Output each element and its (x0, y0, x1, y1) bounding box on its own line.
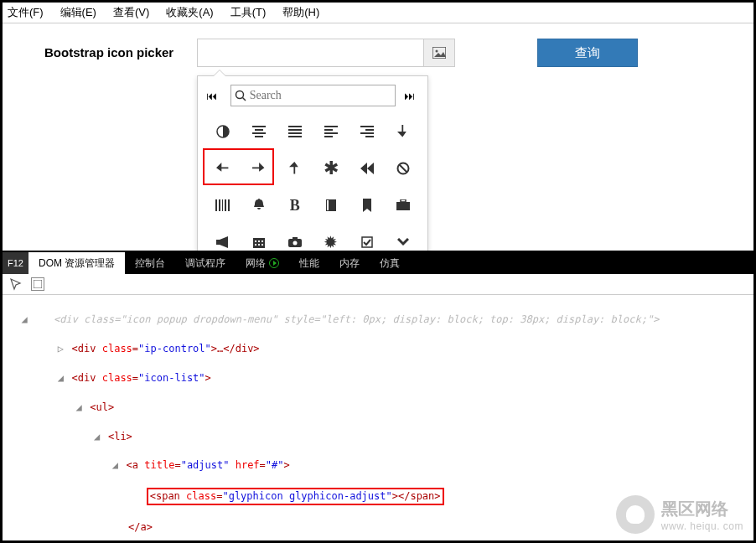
picker-input[interactable] (197, 39, 423, 67)
svg-rect-26 (396, 202, 410, 210)
select-element-icon[interactable] (9, 277, 23, 291)
svg-point-36 (293, 241, 297, 246)
content-area: Bootstrap icon picker ⏮ ⏭ (3, 23, 753, 75)
query-button[interactable]: 查询 (537, 39, 638, 67)
picture-icon (432, 47, 446, 59)
tab-debugger[interactable]: 调试程序 (175, 252, 236, 274)
svg-rect-24 (327, 200, 329, 210)
svg-rect-32 (258, 244, 260, 246)
svg-rect-17 (360, 126, 374, 127)
icon-align-justify[interactable] (277, 113, 313, 150)
svg-rect-29 (258, 240, 260, 242)
svg-point-1 (436, 50, 438, 53)
icon-bell[interactable] (241, 187, 277, 224)
devtools-toolbar (3, 274, 753, 295)
last-page-icon[interactable]: ⏭ (404, 90, 420, 102)
icon-asterisk[interactable]: ✱ (313, 150, 349, 187)
icon-align-right[interactable] (349, 113, 385, 150)
svg-line-3 (242, 98, 246, 101)
highlight-span-1: <span class="glyphicon glyphicon-adjust"… (147, 488, 444, 505)
picker-addon-button[interactable] (423, 39, 455, 67)
tab-network[interactable]: 网络 (236, 252, 289, 274)
menubar: 文件(F) 编辑(E) 查看(V) 收藏夹(A) 工具(T) 帮助(H) (3, 3, 753, 23)
svg-rect-31 (255, 244, 256, 246)
menu-file[interactable]: 文件(F) (8, 5, 44, 20)
icon-book[interactable] (313, 187, 349, 224)
icon-adjust[interactable] (205, 113, 241, 150)
menu-view[interactable]: 查看(V) (113, 5, 149, 20)
layout-icon[interactable] (31, 277, 44, 291)
tab-dom-explorer[interactable]: DOM 资源管理器 (28, 252, 125, 274)
search-field[interactable] (230, 85, 396, 106)
svg-rect-7 (252, 132, 266, 134)
svg-rect-8 (255, 136, 263, 137)
icon-arrow-left[interactable] (205, 150, 241, 187)
svg-rect-38 (34, 280, 42, 288)
icon-grid: ✱ B ✹ (205, 113, 421, 261)
icon-bookmark[interactable] (349, 187, 385, 224)
devtools-tabs: F12 DOM 资源管理器 控制台 调试程序 网络 性能 内存 仿真 (3, 252, 753, 274)
icon-arrow-right[interactable] (241, 150, 277, 187)
svg-line-22 (399, 165, 406, 173)
icon-bold[interactable]: B (277, 187, 313, 224)
menu-help[interactable]: 帮助(H) (282, 5, 319, 20)
icon-ban-circle[interactable] (385, 150, 421, 187)
svg-rect-37 (362, 237, 372, 247)
tab-emulation[interactable]: 仿真 (370, 252, 410, 274)
svg-point-2 (236, 91, 243, 99)
first-page-icon[interactable]: ⏮ (206, 90, 222, 102)
search-input[interactable] (250, 89, 391, 102)
svg-rect-5 (252, 126, 266, 127)
picker-searchbar: ⏮ ⏭ (205, 81, 421, 113)
picker-input-group (197, 39, 455, 67)
svg-rect-11 (288, 132, 302, 134)
svg-rect-9 (288, 126, 302, 127)
tab-performance[interactable]: 性能 (289, 252, 329, 274)
svg-rect-12 (288, 136, 302, 137)
f12-label: F12 (3, 252, 28, 274)
dom-source-tree[interactable]: ◢ <div class="icon popup dropdown-menu" … (3, 295, 753, 543)
tab-console[interactable]: 控制台 (125, 252, 175, 274)
svg-rect-27 (253, 238, 265, 248)
svg-rect-10 (288, 129, 302, 131)
svg-rect-13 (324, 126, 338, 127)
svg-rect-28 (255, 240, 256, 242)
svg-rect-33 (261, 244, 263, 246)
menu-edit[interactable]: 编辑(E) (60, 5, 96, 20)
svg-rect-20 (365, 136, 374, 137)
icon-arrow-down[interactable] (385, 113, 421, 150)
icon-barcode[interactable] (205, 187, 241, 224)
menu-tools[interactable]: 工具(T) (230, 5, 267, 20)
svg-rect-35 (293, 237, 298, 240)
devtools-panel: F12 DOM 资源管理器 控制台 调试程序 网络 性能 内存 仿真 ◢ <di… (3, 251, 753, 540)
svg-rect-6 (255, 129, 263, 131)
picker-wrapper: ⏮ ⏭ ✱ (197, 39, 455, 67)
svg-rect-19 (360, 132, 374, 134)
icon-align-center[interactable] (241, 113, 277, 150)
icon-backward[interactable] (349, 150, 385, 187)
svg-rect-14 (324, 129, 333, 131)
record-icon (269, 258, 279, 268)
svg-rect-18 (365, 129, 374, 131)
search-icon (235, 90, 246, 101)
picker-label: Bootstrap icon picker (44, 39, 173, 59)
svg-rect-16 (324, 136, 333, 137)
svg-rect-15 (324, 132, 338, 134)
svg-rect-30 (261, 240, 263, 242)
icon-briefcase[interactable] (385, 187, 421, 224)
menu-favorites[interactable]: 收藏夹(A) (166, 5, 213, 20)
icon-picker-popup: ⏮ ⏭ ✱ (197, 75, 428, 261)
icon-align-left[interactable] (313, 113, 349, 150)
icon-arrow-up[interactable] (277, 150, 313, 187)
tab-memory[interactable]: 内存 (329, 252, 370, 274)
svg-rect-25 (401, 199, 406, 202)
